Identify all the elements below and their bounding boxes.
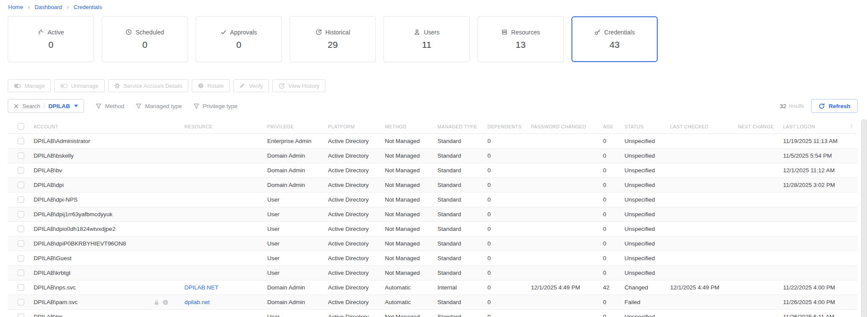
checkbox[interactable] bbox=[18, 240, 24, 247]
row-checkbox-cell bbox=[8, 152, 34, 159]
checkbox[interactable] bbox=[18, 138, 24, 144]
close-icon[interactable] bbox=[14, 104, 19, 109]
cell-platform: Active Directory bbox=[328, 240, 385, 247]
table-row: DPILAB\bskellyDomain AdminActive Directo… bbox=[8, 149, 858, 163]
chevron-down-icon[interactable] bbox=[74, 105, 78, 107]
chevron-right-icon bbox=[67, 3, 69, 10]
cell-account: DPILAB\krbtgt bbox=[34, 270, 184, 276]
summary-card-scheduled[interactable]: Scheduled0 bbox=[102, 16, 188, 62]
card-value: 0 bbox=[142, 40, 147, 50]
cell-platform: Active Directory bbox=[328, 152, 385, 159]
checkbox[interactable] bbox=[18, 123, 24, 130]
column-header-method[interactable]: METHOD bbox=[385, 124, 437, 129]
cell-privilege: Domain Admin bbox=[267, 284, 328, 291]
chevron-right-icon bbox=[28, 3, 30, 10]
row-checkbox-cell bbox=[8, 182, 34, 188]
rotate-icon bbox=[198, 83, 204, 89]
cell-age: 0 bbox=[603, 167, 624, 174]
cell-status: Unspecified bbox=[624, 211, 670, 218]
cell-dependents: 0 bbox=[487, 270, 531, 276]
cell-platform: Active Directory bbox=[328, 255, 385, 261]
rotate-button[interactable]: Rotate bbox=[192, 79, 230, 92]
search-filter-label: Search bbox=[22, 103, 40, 109]
info-icon bbox=[162, 299, 169, 305]
divider bbox=[44, 103, 44, 109]
button-label: Verify bbox=[249, 83, 263, 89]
card-label: Historical bbox=[325, 29, 350, 36]
summary-card-approvals[interactable]: Approvals0 bbox=[196, 16, 282, 62]
checkbox[interactable] bbox=[18, 255, 24, 261]
manage-button[interactable]: Manage bbox=[8, 79, 51, 92]
history-icon bbox=[315, 29, 322, 35]
cell-managed-type: Internal bbox=[437, 284, 487, 291]
cell-age: 0 bbox=[603, 138, 624, 144]
cell-managed-type: Standard bbox=[437, 196, 487, 203]
cell-platform: Active Directory bbox=[328, 196, 385, 203]
column-header-last-logon[interactable]: LAST LOGON bbox=[783, 124, 858, 129]
cell-status: Unspecified bbox=[624, 226, 670, 232]
column-header-password-changed[interactable]: PASSWORD CHANGED bbox=[531, 124, 603, 129]
funnel-icon bbox=[136, 103, 141, 109]
column-header-age[interactable]: AGE bbox=[603, 124, 624, 129]
cell-status: Unspecified bbox=[624, 314, 670, 317]
cell-status: Changed bbox=[624, 284, 670, 291]
breadcrumb-home[interactable]: Home bbox=[8, 4, 23, 10]
column-header-account[interactable]: ACCOUNT bbox=[34, 124, 184, 129]
checkbox[interactable] bbox=[18, 314, 24, 317]
verify-button[interactable]: Verify bbox=[233, 79, 269, 92]
cell-platform: Active Directory bbox=[328, 284, 385, 291]
cell-managed-type: Standard bbox=[437, 240, 487, 247]
resource-link[interactable]: dpilab.net bbox=[184, 299, 210, 305]
clock-icon bbox=[125, 29, 132, 35]
card-label: Resources bbox=[511, 29, 540, 36]
column-header-resource[interactable]: RESOURCE bbox=[184, 124, 267, 129]
checkbox[interactable] bbox=[18, 152, 24, 159]
column-header-managed-type[interactable]: MANAGED TYPE bbox=[437, 124, 487, 129]
filter-chip-privilege-type[interactable]: Privilege type bbox=[194, 103, 237, 109]
refresh-button[interactable]: Refresh bbox=[811, 99, 858, 113]
row-checkbox-cell bbox=[8, 167, 34, 174]
unmanage-button[interactable]: Unmanage bbox=[54, 79, 105, 92]
column-header-platform[interactable]: PLATFORM bbox=[328, 124, 385, 129]
checkbox[interactable] bbox=[18, 182, 24, 188]
checkbox[interactable] bbox=[18, 211, 24, 218]
search-filter-value[interactable]: DPILAB bbox=[48, 103, 70, 109]
table-body: DPILAB\AdministratorEnterprise AdminActi… bbox=[8, 134, 858, 317]
cell-dependents: 0 bbox=[487, 284, 531, 291]
checkbox[interactable] bbox=[18, 270, 24, 276]
search-filter-pill[interactable]: Search DPILAB bbox=[8, 99, 84, 113]
cell-status: Unspecified bbox=[624, 182, 670, 188]
checkbox[interactable] bbox=[18, 226, 24, 232]
breadcrumb-credentials[interactable]: Credentials bbox=[74, 4, 102, 10]
cell-privilege: Domain Admin bbox=[267, 152, 328, 159]
column-header-status[interactable]: STATUS bbox=[624, 124, 670, 129]
column-header-privilege[interactable]: PRIVILEGE bbox=[267, 124, 328, 129]
filter-chip-managed-type[interactable]: Managed type bbox=[136, 103, 182, 109]
summary-card-active[interactable]: Active0 bbox=[8, 16, 94, 62]
checkbox[interactable] bbox=[18, 284, 24, 291]
resource-link[interactable]: DPILAB.NET bbox=[184, 284, 219, 291]
service-account-details-button[interactable]: Service Account Details bbox=[108, 79, 189, 92]
toggle-off-icon bbox=[60, 84, 68, 88]
summary-card-users[interactable]: Users11 bbox=[384, 16, 470, 62]
checkbox[interactable] bbox=[18, 299, 24, 305]
cell-dependents: 0 bbox=[487, 182, 531, 188]
checkbox[interactable] bbox=[18, 196, 24, 203]
column-header-next-change[interactable]: NEXT CHANGE bbox=[738, 124, 783, 129]
vertical-scrollbar[interactable] bbox=[861, 119, 867, 317]
checkbox[interactable] bbox=[18, 167, 24, 174]
filter-chip-method[interactable]: Method bbox=[96, 103, 124, 109]
cell-privilege: Enterprise Admin bbox=[267, 138, 328, 144]
column-header-last-checked[interactable]: LAST CHECKED bbox=[670, 124, 738, 129]
cell-status: Unspecified bbox=[624, 255, 670, 261]
column-header-dependents[interactable]: DEPENDENTS bbox=[487, 124, 531, 129]
account-name: DPILAB\bskelly bbox=[34, 152, 74, 159]
breadcrumb-dashboard[interactable]: Dashboard bbox=[34, 4, 62, 10]
summary-card-resources[interactable]: Resources13 bbox=[478, 16, 564, 62]
summary-card-credentials[interactable]: Credentials43 bbox=[571, 16, 658, 62]
gear-icon bbox=[114, 83, 120, 89]
view-history-button[interactable]: View History bbox=[272, 79, 325, 92]
account-badges bbox=[154, 299, 169, 305]
cell-age: 0 bbox=[603, 255, 624, 261]
summary-card-historical[interactable]: Historical29 bbox=[290, 16, 376, 62]
